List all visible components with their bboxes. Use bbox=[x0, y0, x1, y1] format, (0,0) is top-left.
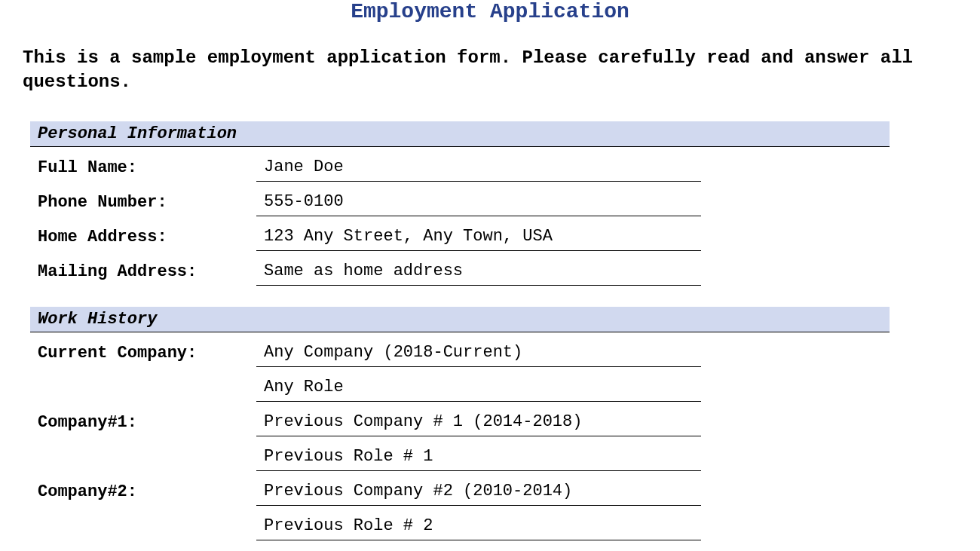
row-company2: Company#2: Previous Company #2 (2010-201… bbox=[30, 471, 890, 506]
label-mailing-address: Mailing Address: bbox=[30, 262, 256, 286]
row-company1-role: Previous Role # 1 bbox=[30, 436, 890, 471]
label-company1: Company#1: bbox=[30, 413, 256, 436]
row-current-role: Any Role bbox=[30, 367, 890, 402]
value-full-name: Jane Doe bbox=[256, 158, 701, 182]
label-full-name: Full Name: bbox=[30, 158, 256, 182]
label-company2: Company#2: bbox=[30, 482, 256, 506]
row-current-company: Current Company: Any Company (2018-Curre… bbox=[30, 332, 890, 367]
value-mailing-address: Same as home address bbox=[256, 262, 701, 286]
label-empty bbox=[30, 397, 256, 402]
value-company2: Previous Company #2 (2010-2014) bbox=[256, 482, 701, 506]
value-company1-role: Previous Role # 1 bbox=[256, 447, 701, 471]
section-personal: Personal Information Full Name: Jane Doe… bbox=[30, 121, 890, 286]
page-title: Employment Application bbox=[15, 0, 965, 23]
value-current-company: Any Company (2018-Current) bbox=[256, 343, 701, 367]
row-home-address: Home Address: 123 Any Street, Any Town, … bbox=[30, 216, 890, 251]
row-full-name: Full Name: Jane Doe bbox=[30, 147, 890, 182]
value-company1: Previous Company # 1 (2014-2018) bbox=[256, 412, 701, 436]
section-work-history: Work History Current Company: Any Compan… bbox=[30, 307, 890, 540]
label-empty bbox=[30, 536, 256, 540]
application-form: Employment Application This is a sample … bbox=[15, 0, 965, 540]
row-mailing-address: Mailing Address: Same as home address bbox=[30, 251, 890, 286]
label-current-company: Current Company: bbox=[30, 344, 256, 367]
value-phone: 555-0100 bbox=[256, 192, 701, 216]
intro-text: This is a sample employment application … bbox=[23, 46, 965, 95]
label-home-address: Home Address: bbox=[30, 228, 256, 251]
value-home-address: 123 Any Street, Any Town, USA bbox=[256, 227, 701, 251]
row-company2-role: Previous Role # 2 bbox=[30, 506, 890, 540]
label-empty bbox=[30, 467, 256, 471]
label-phone: Phone Number: bbox=[30, 193, 256, 216]
section-header-work: Work History bbox=[30, 307, 890, 332]
row-company1: Company#1: Previous Company # 1 (2014-20… bbox=[30, 402, 890, 436]
row-phone: Phone Number: 555-0100 bbox=[30, 182, 890, 216]
section-header-personal: Personal Information bbox=[30, 121, 890, 147]
value-current-role: Any Role bbox=[256, 378, 701, 402]
value-company2-role: Previous Role # 2 bbox=[256, 516, 701, 540]
